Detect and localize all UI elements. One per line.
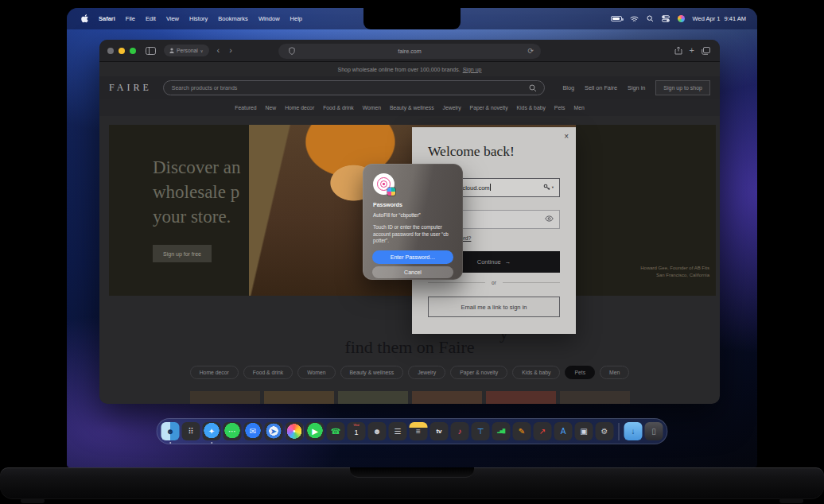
nav-link[interactable]: Pets [554, 105, 566, 110]
menu-item[interactable]: Help [290, 15, 302, 22]
dock-icon-reminders[interactable]: ☰ [389, 422, 407, 440]
dock-icon-system-settings[interactable]: ⚙ [596, 422, 614, 440]
wifi-icon[interactable] [630, 16, 639, 22]
dock-icon-rocket-app[interactable]: ↗ [534, 422, 552, 440]
nav-link[interactable]: Men [573, 105, 584, 110]
menu-item[interactable]: File [126, 15, 135, 22]
password-autofill-key-icon[interactable]: ▾ [543, 184, 554, 191]
dialog-body-text: Touch ID or enter the computer account p… [373, 224, 454, 245]
tab-overview-icon[interactable] [702, 47, 710, 55]
nav-link[interactable]: Featured [235, 105, 256, 110]
siri-icon[interactable] [678, 15, 685, 22]
dock-icon-photos[interactable]: • [286, 422, 304, 440]
dock-icon-notes[interactable]: ≡ [410, 422, 428, 440]
profile-switcher[interactable]: Personal ∨ [164, 45, 209, 56]
dock-icon-tv[interactable]: tv [430, 422, 449, 440]
dock-icon-launchpad[interactable]: ⠿ [182, 422, 200, 440]
nav-link[interactable]: Food & drink [323, 105, 354, 110]
header-link[interactable]: Sign in [628, 84, 645, 91]
category-pill[interactable]: Men [600, 366, 629, 379]
dock-icon-maps[interactable]: ➤ [265, 422, 283, 440]
touchid-autofill-dialog: Passwords AutoFill for “cbpotter” Touch … [363, 164, 463, 280]
close-icon[interactable]: × [564, 132, 569, 141]
dock-icon-trash[interactable]: ▯ [645, 422, 663, 440]
macbook-screen-wallpaper: Safari FileEditViewHistoryBookmarksWindo… [67, 8, 757, 467]
window-controls[interactable] [107, 48, 136, 54]
menu-item-app[interactable]: Safari [99, 15, 115, 22]
signup-free-button[interactable]: Sign up for free [153, 245, 212, 262]
dock-icon-pages[interactable]: ✎ [513, 422, 531, 440]
category-pill[interactable]: Food & drink [243, 366, 293, 379]
show-password-eye-icon[interactable] [545, 215, 554, 222]
product-tile [190, 391, 260, 404]
close-window-button[interactable] [107, 48, 114, 54]
header-link[interactable]: Sell on Faire [585, 84, 617, 91]
category-pill[interactable]: Kids & baby [512, 366, 560, 379]
address-bar[interactable]: faire.com ⟳ [278, 44, 541, 59]
dock-icon-keynote[interactable]: ⊤ [472, 422, 490, 440]
control-center-icon[interactable] [662, 15, 670, 22]
product-tile [338, 391, 408, 404]
category-pill[interactable]: Women [297, 366, 335, 379]
apple-menu-icon[interactable] [81, 14, 88, 23]
macbook-base [0, 467, 824, 499]
nav-link[interactable]: Women [363, 105, 381, 110]
nav-link[interactable]: Beauty & wellness [390, 105, 434, 110]
dock-icon-downloads-folder[interactable]: ↓ [624, 422, 643, 440]
menu-bar-clock[interactable]: Wed Apr 19:41 AM [693, 15, 746, 22]
share-icon[interactable] [674, 46, 682, 55]
header-link[interactable]: Blog [562, 84, 574, 91]
new-tab-icon[interactable]: + [690, 46, 694, 55]
menu-bar-items: FileEditViewHistoryBookmarksWindowHelp [126, 15, 302, 22]
product-search-input[interactable]: Search products or brands [163, 80, 545, 95]
zoom-window-button[interactable] [130, 48, 136, 54]
dock-icon-calendar[interactable]: 1Wed [348, 422, 366, 440]
category-pill[interactable]: Pets [565, 366, 595, 379]
category-pill-row: Home decorFood & drinkWomenBeauty & well… [99, 366, 720, 379]
dock-icon-finder[interactable]: ☻ [161, 422, 180, 440]
cancel-button[interactable]: Cancel [372, 266, 453, 278]
dock-icon-music[interactable]: ♪ [451, 422, 469, 440]
dock-icon-preview[interactable]: ▣ [575, 422, 593, 440]
faire-logo[interactable]: FAIRE [109, 82, 152, 94]
menu-item[interactable]: Bookmarks [218, 15, 248, 22]
site-header: FAIRE Search products or brands BlogSell… [99, 76, 720, 99]
category-nav: FeaturedNewHome decorFood & drinkWomenBe… [99, 99, 720, 116]
category-pill[interactable]: Paper & novelty [450, 366, 507, 379]
email-link-signin-button[interactable]: Email me a link to sign in [428, 297, 560, 317]
dock-icon-facetime[interactable]: ▶ [306, 422, 325, 440]
menu-item[interactable]: History [189, 15, 208, 22]
search-icon[interactable] [647, 15, 654, 22]
banner-signup-link[interactable]: Sign up [463, 67, 482, 72]
category-pill[interactable]: Jewelry [408, 366, 445, 379]
category-pill[interactable]: Beauty & wellness [340, 366, 404, 379]
dock-icon-numbers[interactable]: ▂▅█ [492, 422, 511, 440]
nav-link[interactable]: Paper & novelty [470, 105, 508, 110]
dock-icon-mail[interactable]: ✉ [244, 422, 262, 440]
sidebar-toggle-icon[interactable] [146, 47, 156, 55]
nav-link[interactable]: Jewelry [443, 105, 461, 110]
search-magnifier-icon[interactable] [529, 84, 537, 92]
reload-icon[interactable]: ⟳ [527, 47, 534, 55]
signup-to-shop-button[interactable]: Sign up to shop [655, 80, 710, 95]
dock-icon-phone[interactable]: ☎ [327, 422, 345, 440]
minimize-window-button[interactable] [119, 48, 125, 54]
forward-button[interactable]: › [229, 46, 232, 55]
back-button[interactable]: ‹ [217, 46, 220, 55]
camera-notch [363, 8, 461, 29]
menu-item[interactable]: View [166, 15, 179, 22]
dock-icon-safari[interactable]: ✦ [203, 422, 221, 440]
menu-item[interactable]: Edit [146, 15, 156, 22]
safari-toolbar: Personal ∨ ‹ › faire.com ⟳ [99, 40, 720, 62]
privacy-shield-icon[interactable] [289, 47, 295, 55]
category-pill[interactable]: Home decor [190, 366, 239, 379]
menu-item[interactable]: Window [258, 15, 280, 22]
nav-link[interactable]: Kids & baby [517, 105, 546, 110]
nav-link[interactable]: New [266, 105, 277, 110]
dock-icon-contacts[interactable]: ☻ [368, 422, 387, 440]
dock-icon-app-store[interactable]: A [554, 422, 573, 440]
nav-link[interactable]: Home decor [285, 105, 314, 110]
product-image-strip [99, 391, 720, 404]
enter-password-button[interactable]: Enter Password… [372, 250, 453, 264]
dock-icon-messages[interactable]: ⋯ [223, 422, 242, 440]
